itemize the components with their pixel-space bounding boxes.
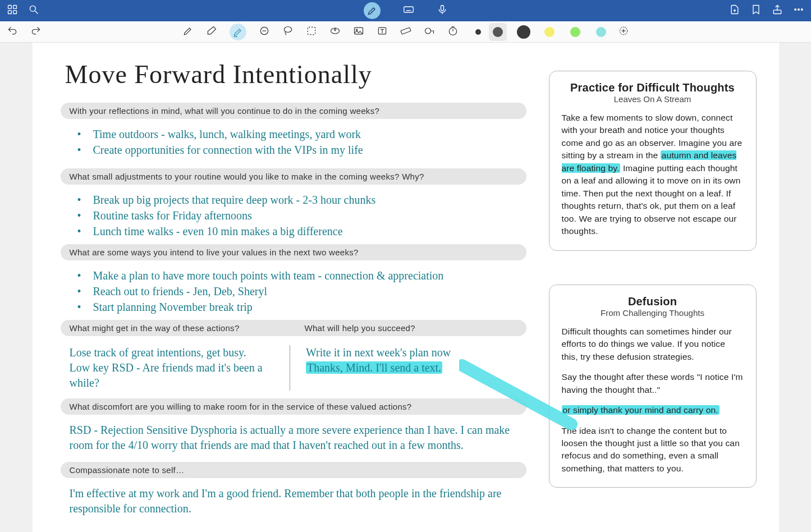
note-page: Move Forward Intentionally With your ref…: [33, 43, 779, 532]
color-swatch-3[interactable]: [540, 23, 558, 41]
bookmark-icon[interactable]: [750, 4, 762, 17]
svg-line-5: [35, 11, 38, 14]
undo-icon[interactable]: [7, 25, 18, 39]
svg-rect-6: [404, 7, 413, 12]
svg-rect-3: [13, 11, 17, 14]
answer-6: I'm effective at my work and I'm a good …: [61, 484, 526, 525]
prompt-4b: What will help you succeed?: [291, 320, 526, 336]
card-body: Difficult thoughts can sometimes hinder …: [562, 325, 744, 363]
pen-tool-icon[interactable]: [182, 25, 194, 39]
timer-tool-icon[interactable]: [447, 25, 459, 39]
card-title: Defusion: [562, 295, 744, 308]
prompt-4a: What might get in the way of these actio…: [61, 320, 291, 336]
prompt-5: What discomfort are you willing to make …: [61, 398, 526, 415]
text-line: Low key RSD - Are friends mad it's been …: [70, 361, 263, 389]
highlighted-text: Thanks, Mind. I'll send a text.: [306, 361, 442, 374]
card-title: Practice for Difficult Thoughts: [562, 81, 744, 94]
redo-icon[interactable]: [30, 25, 42, 39]
page-title: Move Forward Intentionally: [61, 59, 526, 89]
color-palette: [475, 23, 629, 41]
shape-tool-icon[interactable]: [259, 25, 270, 39]
pen-mode-icon[interactable]: [364, 2, 381, 19]
card-body: The idea isn't to change the content but…: [562, 425, 744, 475]
tape-tool-icon[interactable]: [424, 25, 435, 39]
text-span: Say the thought after these words "I not…: [562, 372, 743, 394]
prompt-1: With your reflections in mind, what will…: [61, 103, 526, 119]
prompt-3: What are some ways you intend to live yo…: [61, 244, 526, 260]
color-swatch-1[interactable]: [489, 23, 507, 41]
elements-tool-icon[interactable]: [329, 25, 341, 39]
answers-4b: Write it in next week's plan now Thanks,…: [290, 345, 526, 391]
share-icon[interactable]: [772, 4, 783, 17]
svg-rect-2: [8, 11, 12, 14]
image-tool-icon[interactable]: [353, 25, 364, 39]
text-span: Imagine putting each thought on a leaf a…: [562, 163, 741, 236]
text-line: Lose track of great intentions, get busy…: [70, 346, 246, 359]
lasso-tool-icon[interactable]: [282, 25, 294, 39]
card-body: Take a few moments to slow down, connect…: [562, 112, 744, 238]
answers-2: Break up big projects that require deep …: [61, 190, 526, 244]
card-leaves: Practice for Difficult Thoughts Leaves O…: [549, 71, 757, 251]
answers-1: Time outdoors - walks, lunch, walking me…: [61, 125, 526, 168]
card-defusion: Defusion From Challenging Thoughts Diffi…: [549, 285, 757, 488]
list-item: Reach out to friends - Jen, Deb, Sheryl: [77, 284, 526, 299]
answers-4a: Lose track of great intentions, get busy…: [61, 345, 291, 391]
list-item: Start planning November break trip: [77, 300, 526, 314]
card-subtitle: From Challenging Thoughts: [562, 308, 744, 318]
color-swatch-2[interactable]: [515, 23, 533, 41]
card-subtitle: Leaves On A Stream: [562, 94, 744, 104]
side-column: Practice for Difficult Thoughts Leaves O…: [549, 59, 757, 525]
svg-rect-27: [401, 27, 411, 34]
svg-point-21: [284, 26, 291, 32]
color-swatch-5[interactable]: [592, 23, 610, 41]
tool-row: [0, 21, 811, 43]
app-topbar: [0, 0, 811, 21]
list-item: Time outdoors - walks, lunch, walking me…: [77, 127, 526, 141]
svg-rect-0: [8, 6, 12, 9]
prompt-6: Compassionate note to self…: [61, 462, 526, 478]
card-body: Say the thought after these words "I not…: [562, 371, 744, 396]
list-item: Break up big projects that require deep …: [77, 192, 526, 207]
add-page-icon[interactable]: [729, 4, 740, 17]
list-item: Lunch time walks - even 10 min makes a b…: [77, 224, 526, 239]
text-tool-icon[interactable]: [377, 25, 388, 39]
canvas-scroll[interactable]: Move Forward Intentionally With your ref…: [0, 43, 811, 532]
svg-point-18: [798, 9, 800, 11]
search-icon[interactable]: [28, 4, 39, 17]
prompt-4-row: What might get in the way of these actio…: [61, 320, 526, 342]
svg-point-19: [801, 9, 803, 11]
main-column: Move Forward Intentionally With your ref…: [61, 59, 526, 525]
answer-5: RSD - Rejection Sensitive Dysphoria is a…: [61, 420, 526, 462]
highlighter-tool-icon[interactable]: [230, 24, 246, 40]
more-icon[interactable]: [793, 4, 804, 17]
add-color-icon[interactable]: [618, 25, 629, 39]
list-item: Make a plan to have more touch points wi…: [77, 268, 526, 283]
svg-point-4: [30, 6, 35, 11]
color-swatch-4[interactable]: [566, 23, 584, 41]
card-body: or simply thank your mind and carry on.: [562, 404, 744, 416]
selection-tool-icon[interactable]: [306, 25, 317, 39]
prompt-2: What small adjustments to your routine w…: [61, 168, 526, 185]
answers-3: Make a plan to have more touch points wi…: [61, 266, 526, 320]
highlighted-text: or simply thank your mind and carry on.: [562, 405, 720, 415]
answers-4: Lose track of great intentions, get busy…: [61, 342, 526, 398]
list-item: Create opportunities for connection with…: [77, 143, 526, 157]
eraser-tool-icon[interactable]: [206, 25, 217, 39]
svg-rect-1: [13, 6, 17, 9]
text-line: Write it in next week's plan now: [306, 346, 451, 359]
svg-point-28: [425, 28, 430, 34]
microphone-icon[interactable]: [437, 4, 448, 17]
ruler-tool-icon[interactable]: [400, 25, 411, 39]
grid-icon[interactable]: [7, 4, 18, 17]
svg-point-17: [795, 9, 796, 11]
stroke-size-dot[interactable]: [475, 29, 481, 35]
svg-rect-12: [441, 6, 443, 11]
keyboard-icon[interactable]: [403, 4, 414, 17]
svg-rect-22: [308, 27, 315, 34]
list-item: Routine tasks for Friday afternoons: [77, 208, 526, 223]
